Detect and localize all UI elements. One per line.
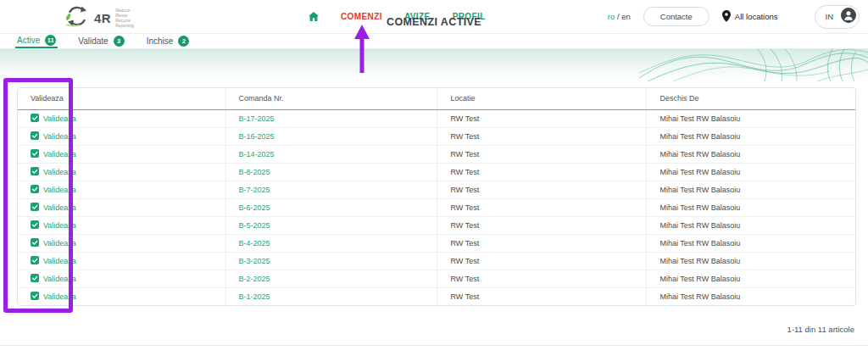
- order-number-link[interactable]: B-4-2025: [225, 234, 437, 252]
- tab-count-badge: 2: [178, 36, 189, 47]
- location-cell: RW Test: [437, 181, 647, 198]
- valideaza-label: Valideaza: [43, 114, 76, 123]
- location-value: RW Test: [450, 186, 479, 194]
- opened-by-cell: Mihai Test RW Balasoiu: [647, 127, 855, 145]
- valideaza-label: Valideaza: [43, 186, 76, 194]
- opened-by-cell: Mihai Test RW Balasoiu: [647, 287, 855, 305]
- checkbox-check-icon: [31, 256, 39, 266]
- checkbox-check-icon: [31, 114, 39, 124]
- order-number: B-14-2025: [239, 150, 275, 159]
- location-cell: RW Test: [437, 270, 647, 287]
- opened-by-value: Mihai Test RW Balasoiu: [659, 275, 740, 283]
- location-cell: RW Test: [437, 287, 647, 305]
- order-number-link[interactable]: B-14-2025: [225, 145, 437, 163]
- order-number: B-2-2025: [239, 275, 270, 283]
- opened-by-value: Mihai Test RW Balasoiu: [659, 114, 740, 123]
- location-value: RW Test: [450, 150, 479, 159]
- bottom-divider: [0, 345, 868, 346]
- valideaza-button[interactable]: Valideaza: [18, 234, 225, 252]
- valideaza-button[interactable]: Valideaza: [18, 145, 225, 163]
- order-number-link[interactable]: B-1-2025: [225, 287, 437, 305]
- column-header-locatie: Locatie: [437, 88, 647, 109]
- orders-table: Valideaza Comanda Nr. Locatie Deschis De…: [17, 87, 856, 306]
- checkbox-check-icon: [31, 274, 39, 284]
- opened-by-cell: Mihai Test RW Balasoiu: [647, 163, 855, 181]
- content-band: [0, 49, 868, 81]
- opened-by-cell: Mihai Test RW Balasoiu: [647, 216, 855, 234]
- table-row: Valideaza B-16-2025 RW Test Mihai Test R…: [18, 127, 855, 145]
- valideaza-button[interactable]: Valideaza: [18, 163, 225, 181]
- location-cell: RW Test: [437, 252, 647, 270]
- table-body: Valideaza B-17-2025 RW Test Mihai Test R…: [18, 109, 855, 305]
- location-cell: RW Test: [437, 163, 647, 181]
- location-cell: RW Test: [437, 198, 647, 216]
- opened-by-value: Mihai Test RW Balasoiu: [659, 257, 740, 265]
- tab-validate[interactable]: Validate 3: [76, 34, 125, 48]
- order-number-link[interactable]: B-7-2025: [225, 181, 437, 198]
- table-row: Valideaza B-2-2025 RW Test Mihai Test RW…: [18, 270, 855, 287]
- pagination-info: 1-11 din 11 articole: [787, 325, 854, 334]
- column-header-deschis-de: Deschis De: [647, 88, 855, 109]
- valideaza-button[interactable]: Valideaza: [18, 181, 225, 198]
- tab-count-badge: 3: [114, 36, 125, 47]
- contour-pattern-decoration: [639, 49, 868, 85]
- location-value: RW Test: [450, 221, 479, 230]
- valideaza-button[interactable]: Valideaza: [18, 109, 225, 127]
- order-number: B-8-2025: [239, 168, 270, 176]
- valideaza-label: Valideaza: [43, 203, 76, 212]
- checkbox-check-icon: [31, 238, 39, 248]
- order-number-link[interactable]: B-2-2025: [225, 270, 437, 287]
- valideaza-button[interactable]: Valideaza: [18, 270, 225, 287]
- order-number-link[interactable]: B-8-2025: [225, 163, 437, 181]
- location-value: RW Test: [450, 132, 479, 141]
- opened-by-cell: Mihai Test RW Balasoiu: [647, 252, 855, 270]
- column-header-valideaza: Valideaza: [18, 88, 225, 109]
- table-row: Valideaza B-3-2025 RW Test Mihai Test RW…: [18, 252, 855, 270]
- order-number: B-5-2025: [239, 221, 270, 230]
- order-number: B-4-2025: [239, 239, 270, 248]
- order-number-link[interactable]: B-6-2025: [225, 198, 437, 216]
- opened-by-cell: Mihai Test RW Balasoiu: [647, 234, 855, 252]
- page-title: COMENZI ACTIVE: [0, 16, 868, 28]
- valideaza-label: Valideaza: [43, 275, 76, 283]
- checkbox-check-icon: [31, 131, 39, 142]
- tab-inchise[interactable]: Inchise 2: [145, 34, 192, 48]
- table-header-row: Valideaza Comanda Nr. Locatie Deschis De: [18, 88, 855, 109]
- checkbox-check-icon: [31, 167, 39, 177]
- valideaza-label: Valideaza: [43, 168, 76, 176]
- order-number-link[interactable]: B-17-2025: [225, 109, 437, 127]
- table-row: Valideaza B-8-2025 RW Test Mihai Test RW…: [18, 163, 855, 181]
- valideaza-button[interactable]: Valideaza: [18, 127, 225, 145]
- valideaza-button[interactable]: Valideaza: [18, 287, 225, 305]
- opened-by-value: Mihai Test RW Balasoiu: [659, 239, 740, 248]
- order-number-link[interactable]: B-5-2025: [225, 216, 437, 234]
- checkbox-check-icon: [31, 149, 39, 159]
- location-cell: RW Test: [437, 109, 647, 127]
- tab-bar: Active 11 Validate 3 Inchise 2: [0, 34, 868, 49]
- checkbox-check-icon: [31, 220, 39, 231]
- location-value: RW Test: [450, 114, 479, 123]
- location-value: RW Test: [450, 257, 479, 265]
- opened-by-value: Mihai Test RW Balasoiu: [659, 168, 740, 176]
- opened-by-cell: Mihai Test RW Balasoiu: [647, 145, 855, 163]
- location-value: RW Test: [450, 203, 479, 212]
- order-number: B-17-2025: [239, 114, 275, 123]
- valideaza-button[interactable]: Valideaza: [18, 198, 225, 216]
- valideaza-label: Valideaza: [43, 150, 76, 159]
- order-number-link[interactable]: B-16-2025: [225, 127, 437, 145]
- valideaza-button[interactable]: Valideaza: [18, 252, 225, 270]
- opened-by-cell: Mihai Test RW Balasoiu: [647, 198, 855, 216]
- order-number-link[interactable]: B-3-2025: [225, 252, 437, 270]
- column-header-comanda: Comanda Nr.: [225, 88, 437, 109]
- location-cell: RW Test: [437, 234, 647, 252]
- opened-by-value: Mihai Test RW Balasoiu: [659, 132, 740, 141]
- tab-label: Active: [17, 36, 40, 45]
- location-cell: RW Test: [437, 145, 647, 163]
- tab-active[interactable]: Active 11: [15, 34, 58, 48]
- opened-by-value: Mihai Test RW Balasoiu: [659, 150, 740, 159]
- location-value: RW Test: [450, 168, 479, 176]
- order-number: B-1-2025: [239, 292, 270, 301]
- valideaza-button[interactable]: Valideaza: [18, 216, 225, 234]
- table-row: Valideaza B-17-2025 RW Test Mihai Test R…: [18, 109, 855, 127]
- valideaza-label: Valideaza: [43, 221, 76, 230]
